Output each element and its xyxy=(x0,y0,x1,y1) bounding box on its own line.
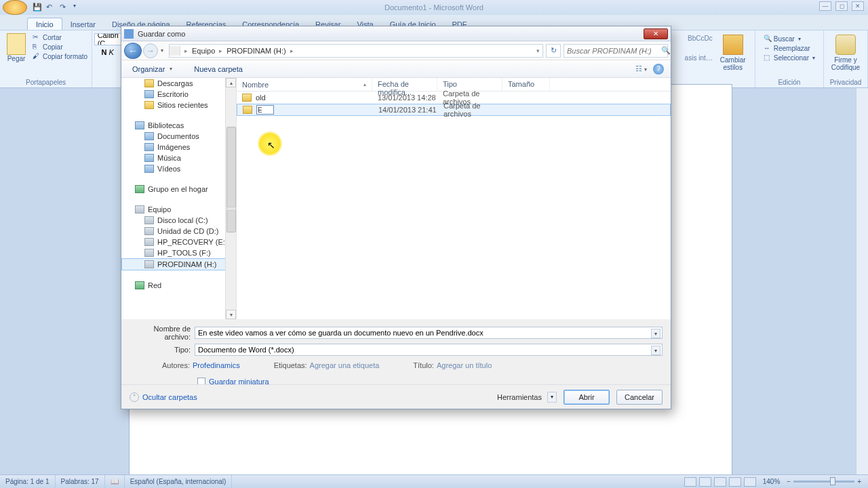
cut-button[interactable]: ✂Cortar xyxy=(33,33,87,41)
search-icon[interactable]: 🔍 xyxy=(661,46,671,55)
tree-imagenes[interactable]: Imágenes xyxy=(121,142,236,152)
file-row-new-folder[interactable]: E 14/01/2013 21:41 Carpeta de archivos xyxy=(237,104,671,116)
chevron-right-icon[interactable]: ▸ xyxy=(289,47,295,54)
vertical-scrollbar[interactable] xyxy=(856,88,868,474)
qat-dropdown-icon[interactable]: ▾ xyxy=(73,3,83,12)
undo-icon[interactable]: ↶ xyxy=(46,3,56,12)
authors-value[interactable]: Profedinamics xyxy=(193,361,240,369)
breadcrumb-profdinam[interactable]: PROFDINAM (H:) xyxy=(224,47,288,55)
breadcrumb-dropdown[interactable]: ▾ xyxy=(534,47,542,54)
nav-history-dropdown[interactable]: ▾ xyxy=(158,47,166,54)
filetype-select[interactable]: Documento de Word (*.docx)▾ xyxy=(195,344,663,356)
select-button[interactable]: ⬚Seleccionar▾ xyxy=(764,54,815,62)
scroll-up-icon[interactable]: ▴ xyxy=(226,78,236,87)
cancel-button[interactable]: Cancelar xyxy=(616,390,663,405)
office-button[interactable] xyxy=(3,0,27,15)
tags-add[interactable]: Agregar una etiqueta xyxy=(310,361,380,369)
clipboard-group-label: Portapapeles xyxy=(0,79,92,86)
breadcrumb-bar[interactable]: ▸ Equipo ▸ PROFDINAM (H:) ▸ ▾ xyxy=(169,44,543,58)
spellcheck-button[interactable]: 📖 xyxy=(105,475,125,488)
tree-musica[interactable]: Música xyxy=(121,152,236,163)
search-input[interactable] xyxy=(567,47,661,55)
language-indicator[interactable]: Español (España, internacional) xyxy=(125,475,233,488)
tree-recovery-e[interactable]: HP_RECOVERY (E:) xyxy=(121,237,236,247)
filename-input[interactable]: En este video vamos a ver cómo se guarda… xyxy=(195,327,663,339)
scroll-down-icon[interactable]: ▾ xyxy=(226,310,236,319)
authors-label: Autores: xyxy=(162,361,190,369)
close-button[interactable]: ✕ xyxy=(852,1,864,11)
view-options-button[interactable]: ☷ xyxy=(635,64,649,73)
format-painter-button[interactable]: 🖌Copiar formato xyxy=(33,52,87,60)
search-box[interactable]: 🔍 xyxy=(564,44,668,58)
minimize-button[interactable]: — xyxy=(819,1,831,11)
col-date[interactable]: Fecha de modifica... xyxy=(372,78,437,91)
open-button[interactable]: Abrir xyxy=(564,390,610,405)
chevron-right-icon[interactable]: ▸ xyxy=(183,47,189,54)
organize-button[interactable]: Organizar xyxy=(128,64,176,75)
draft-view[interactable] xyxy=(744,477,756,487)
outline-view[interactable] xyxy=(729,477,741,487)
nav-back-button[interactable]: ← xyxy=(124,43,142,59)
zoom-out-button[interactable]: − xyxy=(787,478,791,485)
tree-splitter[interactable] xyxy=(226,207,236,211)
tree-tools-f[interactable]: HP_TOOLS (F:) xyxy=(121,247,236,258)
tree-videos[interactable]: Vídeos xyxy=(121,163,236,174)
tree-scrollbar[interactable]: ▴ ▾ xyxy=(225,78,236,319)
fullscreen-view[interactable] xyxy=(699,477,711,487)
tree-documentos[interactable]: Documentos xyxy=(121,131,236,142)
chevron-right-icon[interactable]: ▸ xyxy=(218,47,224,54)
hide-folders-button[interactable]: ˄ Ocultar carpetas xyxy=(130,392,197,402)
word-count[interactable]: Palabras: 17 xyxy=(56,475,105,488)
zoom-thumb[interactable] xyxy=(830,477,835,485)
file-list[interactable]: Nombre▴ Fecha de modifica... Tipo Tamaño… xyxy=(237,78,671,319)
tree-cd-d[interactable]: Unidad de CD (D:) xyxy=(121,226,236,237)
breadcrumb-equipo[interactable]: Equipo xyxy=(189,47,218,55)
find-button[interactable]: 🔍Buscar▾ xyxy=(764,35,815,43)
scroll-thumb[interactable] xyxy=(226,127,236,232)
help-icon[interactable]: ? xyxy=(653,64,664,75)
web-layout-view[interactable] xyxy=(714,477,726,487)
sign-encrypt-button[interactable]: Firme y Codifique xyxy=(828,32,863,74)
copy-button[interactable]: ⎘Copiar xyxy=(33,43,87,51)
tree-descargas[interactable]: Descargas xyxy=(121,78,236,89)
tree-red[interactable]: Red xyxy=(121,280,236,291)
tab-insertar[interactable]: Insertar xyxy=(62,18,104,30)
title-add[interactable]: Agregar un título xyxy=(437,361,492,369)
tree-escritorio[interactable]: Escritorio xyxy=(121,89,236,100)
change-styles-button[interactable]: Cambiar estilos xyxy=(715,32,751,74)
save-icon[interactable]: 💾 xyxy=(33,3,42,12)
nav-forward-button[interactable]: → xyxy=(143,43,158,58)
col-size[interactable]: Tamaño xyxy=(502,78,550,91)
zoom-slider[interactable] xyxy=(793,481,854,483)
dialog-close-button[interactable]: ✕ xyxy=(644,28,668,39)
zoom-in-button[interactable]: + xyxy=(857,478,861,485)
tab-inicio[interactable]: Inicio xyxy=(27,18,62,30)
new-folder-button[interactable]: Nueva carpeta xyxy=(190,64,247,75)
tree-profdinam-h[interactable]: PROFDINAM (H:) xyxy=(121,258,236,270)
zoom-level[interactable]: 140% xyxy=(763,478,781,485)
cd-icon xyxy=(144,227,154,235)
page-indicator[interactable]: Página: 1 de 1 xyxy=(0,475,56,488)
font-name-box[interactable]: Calibri (C xyxy=(94,33,121,45)
italic-button[interactable]: K xyxy=(108,48,113,56)
filetype-dropdown[interactable]: ▾ xyxy=(651,346,660,355)
folder-tree[interactable]: Descargas Escritorio Sitios recientes Bi… xyxy=(121,78,237,319)
replace-button[interactable]: ↔Reemplazar xyxy=(764,44,815,52)
brush-icon: 🖌 xyxy=(33,52,41,60)
paste-button[interactable]: Pegar xyxy=(4,32,28,78)
bold-button[interactable]: N xyxy=(101,48,106,56)
tree-homegroup[interactable]: Grupo en el hogar xyxy=(121,184,236,195)
tree-equipo[interactable]: Equipo xyxy=(121,204,236,215)
dialog-titlebar[interactable]: Guardar como ✕ xyxy=(121,26,671,41)
maximize-button[interactable]: ◻ xyxy=(835,1,848,11)
print-layout-view[interactable] xyxy=(684,477,696,487)
filename-dropdown[interactable]: ▾ xyxy=(651,329,660,338)
col-name[interactable]: Nombre▴ xyxy=(237,78,372,91)
tree-disco-c[interactable]: Disco local (C:) xyxy=(121,215,236,226)
refresh-button[interactable]: ↻ xyxy=(546,44,561,58)
tree-sitios-recientes[interactable]: Sitios recientes xyxy=(121,100,236,110)
folder-rename-input[interactable]: E xyxy=(256,105,274,115)
redo-icon[interactable]: ↷ xyxy=(60,3,69,12)
tree-bibliotecas[interactable]: Bibliotecas xyxy=(121,120,236,131)
tools-menu[interactable]: Herramientas▾ xyxy=(497,392,557,403)
